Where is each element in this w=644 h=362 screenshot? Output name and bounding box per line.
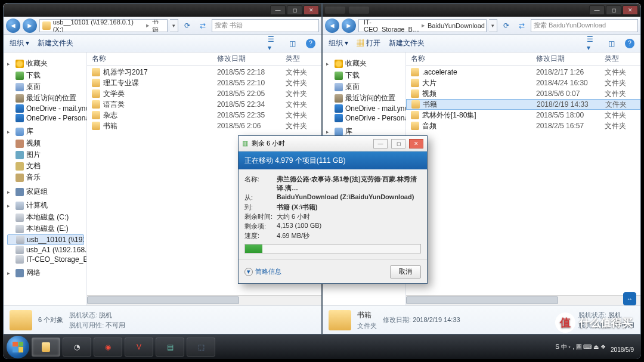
nav-group[interactable]: ▸收藏夹 (7, 58, 86, 69)
close-button[interactable]: ✕ (623, 5, 638, 15)
task-app-5[interactable]: ⬚ (187, 338, 215, 357)
ime-indicator[interactable]: S 中 ⸰ , 圖 ⌨ ⏏ ❖ (555, 343, 606, 351)
breadcrumb-dropdown[interactable]: ▾ (170, 19, 178, 32)
crumb-1[interactable]: IT-CEO_Storage_B… (364, 19, 419, 32)
nav-item-onedrive2[interactable]: OneDrive - Personal (326, 113, 405, 123)
forward-button[interactable]: ► (342, 18, 356, 33)
nav-item-drive-a1[interactable]: usb_A1 (\\192.168.0.1… (7, 245, 86, 255)
new-folder-button[interactable]: 新建文件夹 (38, 38, 73, 48)
table-row[interactable]: 机器学习2017 2018/5/5 22:18文件夹 (87, 67, 321, 78)
nav-item-drive-it[interactable]: IT-CEO_Storage_BCD… (7, 255, 86, 264)
nav-group[interactable]: ▸网络 (7, 268, 86, 278)
taskbar[interactable]: ◔ ◉ V ▤ ⬚ S 中 ⸰ , 圖 ⌨ ⏏ ❖ 2018/5/9 (3, 335, 641, 359)
sync-icon[interactable]: ⇄ (196, 19, 209, 32)
nav-item-desktop[interactable]: 桌面 (326, 81, 405, 92)
table-row[interactable]: 书籍 2018/2/19 14:33文件夹 (406, 99, 640, 110)
table-row[interactable]: 武林外传[1-80集] 2018/5/5 18:00文件夹 (406, 110, 640, 120)
crumb-1[interactable]: usb__10101 (\\192.168.0.1) (X:) (53, 19, 144, 32)
forward-button[interactable]: ► (23, 18, 37, 33)
cancel-button[interactable]: 取消 (390, 265, 421, 279)
table-row[interactable]: 语言类 2018/5/5 22:34文件夹 (87, 99, 321, 110)
preview-pane-icon[interactable]: ◫ (606, 38, 617, 49)
organize-menu[interactable]: 组织 ▾ (329, 38, 348, 48)
close-button[interactable]: ✕ (304, 5, 319, 15)
titlebar[interactable]: — ◻ ✕ (4, 4, 321, 17)
teamviewer-icon[interactable]: ↔ (623, 292, 636, 305)
table-row[interactable]: 理工专业课 2018/5/5 22:10文件夹 (87, 78, 321, 88)
nav-group[interactable]: ▸计算机 (7, 200, 86, 211)
breadcrumb[interactable]: IT-CEO_Storage_B…▸ BaiduYunDownload▸ (358, 19, 487, 32)
nav-item-recent[interactable]: 最近访问的位置 (326, 92, 405, 104)
search-input[interactable]: 搜索 书籍 (212, 19, 319, 32)
nav-item-music[interactable]: 音乐 (7, 172, 86, 183)
table-row[interactable]: 大片 2018/4/24 16:30文件夹 (406, 78, 640, 88)
nav-item-video[interactable]: 视频 (7, 138, 86, 149)
nav-item-recent[interactable]: 最近访问的位置 (7, 92, 86, 104)
tray-clock[interactable]: 2018/5/9 (611, 341, 634, 354)
minimize-button[interactable]: — (589, 5, 605, 15)
scrollbar-horizontal[interactable] (87, 295, 321, 305)
nav-item-documents[interactable]: 文档 (7, 160, 86, 172)
table-row[interactable]: 视频 2018/5/6 0:07文件夹 (406, 88, 640, 99)
sync-icon[interactable]: ⇄ (515, 19, 528, 32)
open-button[interactable]: ▦ 打开 (357, 38, 380, 48)
nav-item-drive-c[interactable]: 本地磁盘 (C:) (7, 212, 86, 223)
table-row[interactable]: 杂志 2018/5/5 22:35文件夹 (87, 110, 321, 120)
column-headers[interactable]: 名称 修改日期 类型 (87, 52, 321, 66)
folder-icon (42, 21, 51, 30)
search-input[interactable]: 搜索 BaiduYunDownload (531, 19, 638, 32)
nav-group[interactable]: ▸家庭组 (7, 187, 86, 197)
nav-item-drive-x[interactable]: usb__10101 (\\192.168… (7, 234, 84, 245)
table-row[interactable]: .accelerate 2018/2/17 1:26文件夹 (406, 67, 640, 78)
scrollbar-horizontal[interactable] (406, 295, 640, 305)
nav-pane[interactable]: ▸收藏夹下载桌面最近访问的位置OneDrive - mail.ynu.…OneD… (4, 52, 87, 305)
nav-item-desktop[interactable]: 桌面 (7, 81, 86, 92)
folder-icon (92, 89, 100, 98)
task-app-1[interactable]: ◔ (63, 338, 91, 357)
close-button[interactable]: ✕ (409, 139, 423, 148)
table-row[interactable]: 音频 2018/2/5 16:57文件夹 (406, 120, 640, 131)
nav-item-downloads[interactable]: 下载 (326, 70, 405, 81)
nav-group[interactable]: ▸库 (7, 126, 86, 137)
crumb-2[interactable]: BaiduYunDownload (428, 22, 485, 29)
table-row[interactable]: 书籍 2018/5/6 2:06文件夹 (87, 120, 321, 131)
task-app-4[interactable]: ▤ (156, 338, 184, 357)
task-app-2[interactable]: ◉ (94, 338, 122, 357)
organize-menu[interactable]: 组织 ▾ (10, 38, 29, 48)
minimize-button[interactable]: — (270, 5, 286, 15)
view-menu-icon[interactable]: ☰ ▾ (268, 38, 278, 49)
help-icon[interactable]: ? (625, 39, 634, 48)
nav-item-drive-e[interactable]: 本地磁盘 (E:) (7, 223, 86, 234)
back-button[interactable]: ◄ (6, 18, 20, 33)
view-menu-icon[interactable]: ☰ ▾ (587, 38, 597, 49)
nav-item-onedrive1[interactable]: OneDrive - mail.ynu.… (7, 104, 86, 113)
selected-item-name: 书籍 (357, 310, 377, 320)
titlebar[interactable]: — ◻ ✕ (323, 4, 640, 17)
table-row[interactable]: 文学类 2018/5/5 22:05文件夹 (87, 88, 321, 99)
maximize-button[interactable]: ◻ (391, 139, 405, 148)
column-headers[interactable]: 名称 修改日期 类型 (406, 52, 640, 66)
refresh-button[interactable]: ⟳ (181, 19, 194, 32)
nav-item-downloads[interactable]: 下载 (7, 70, 86, 81)
system-tray[interactable]: S 中 ⸰ , 圖 ⌨ ⏏ ❖ 2018/5/9 (555, 341, 637, 354)
back-button[interactable]: ◄ (325, 18, 339, 33)
nav-item-onedrive1[interactable]: OneDrive - mail.ynu.… (326, 104, 405, 113)
preview-pane-icon[interactable]: ◫ (287, 38, 298, 49)
breadcrumb[interactable]: usb__10101 (\\192.168.0.1) (X:)▸ 书籍 (39, 19, 168, 32)
breadcrumb-dropdown[interactable]: ▾ (489, 19, 497, 32)
task-app-3[interactable]: V (125, 338, 153, 357)
start-button[interactable] (7, 336, 29, 358)
nav-item-onedrive2[interactable]: OneDrive - Personal (7, 113, 86, 123)
maximize-button[interactable]: ◻ (287, 5, 302, 15)
task-explorer[interactable] (32, 338, 60, 357)
nav-item-pictures[interactable]: 图片 (7, 149, 86, 160)
nav-group[interactable]: ▸收藏夹 (326, 58, 405, 69)
new-folder-button[interactable]: 新建文件夹 (389, 38, 425, 48)
crumb-2[interactable]: 书籍 (152, 19, 165, 32)
help-icon[interactable]: ? (306, 39, 315, 48)
refresh-button[interactable]: ⟳ (500, 19, 513, 32)
dialog-titlebar[interactable]: ▥ 剩余 6 小时 — ◻ ✕ (239, 136, 427, 151)
details-toggle[interactable]: ▾简略信息 (244, 267, 281, 276)
maximize-button[interactable]: ◻ (606, 5, 621, 15)
minimize-button[interactable]: — (373, 139, 388, 148)
